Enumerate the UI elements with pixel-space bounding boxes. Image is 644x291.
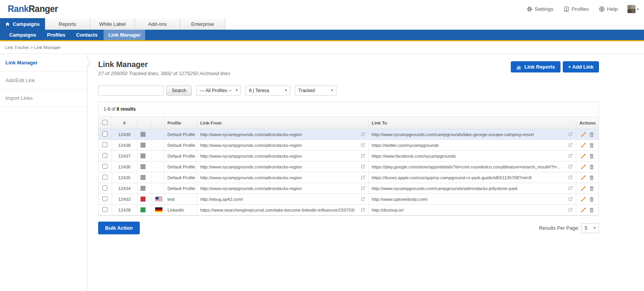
link-to-url[interactable]: https://itunes.apple.com/us/app/ny-campg…: [372, 175, 532, 180]
link-from-url[interactable]: http://www.nycampgrounds.com/adirondacks…: [200, 143, 302, 148]
row-checkbox[interactable]: [102, 164, 107, 169]
link-from-url[interactable]: http://www.nycampgrounds.com/adirondacks…: [200, 186, 302, 191]
external-link-icon[interactable]: [568, 186, 573, 191]
delete-trash-icon[interactable]: [589, 164, 594, 170]
external-link-icon[interactable]: [568, 164, 573, 169]
row-checkbox[interactable]: [102, 175, 107, 180]
link-to-url[interactable]: http://www.nycampgrounds.com/campgrounds…: [372, 132, 534, 137]
row-checkbox[interactable]: [102, 131, 107, 136]
profiles-menu-item[interactable]: Profiles: [564, 6, 589, 12]
tab-campaigns[interactable]: Campaigns: [0, 18, 45, 30]
link-from-url[interactable]: http://www.nycampgrounds.com/adirondacks…: [200, 132, 302, 137]
row-checkbox[interactable]: [102, 142, 107, 147]
tab-reports[interactable]: Reports: [45, 18, 90, 30]
search-button[interactable]: Search: [166, 86, 192, 96]
campaign-select[interactable]: 6 | Teresa: [246, 86, 290, 96]
subnav-campaigns[interactable]: Campaigns: [5, 30, 41, 40]
edit-pencil-icon[interactable]: [580, 207, 586, 213]
edit-pencil-icon[interactable]: [580, 197, 586, 202]
profiles-select[interactable]: --- All Profiles --: [196, 86, 241, 96]
status-select[interactable]: Tracked: [295, 86, 336, 96]
delete-trash-icon[interactable]: [589, 197, 594, 202]
external-link-icon[interactable]: [360, 153, 365, 158]
link-reports-label: Link Reports: [524, 64, 555, 70]
table-row: 12436 Default Profile http://www.nycampg…: [99, 161, 599, 172]
edit-pencil-icon[interactable]: [580, 143, 586, 148]
link-id: 12433: [112, 194, 137, 205]
subnav-link-manager[interactable]: Link Manager: [104, 30, 145, 40]
sidebar-item-add-edit-link[interactable]: Add/Edit Link: [0, 72, 87, 89]
flag-cell: [155, 153, 162, 158]
external-link-icon[interactable]: [360, 143, 365, 148]
tab-white-label[interactable]: White Label: [90, 18, 135, 30]
bulk-action-button[interactable]: Bulk Action: [98, 222, 140, 234]
link-from-url[interactable]: http://www.nycampgrounds.com/adirondacks…: [200, 165, 302, 169]
add-link-button[interactable]: + Add Link: [563, 61, 599, 72]
sidebar-item-import-links[interactable]: Import Links: [0, 89, 87, 107]
tab-enterprise[interactable]: Enterprise: [180, 18, 225, 30]
external-link-icon[interactable]: [360, 175, 365, 180]
delete-trash-icon[interactable]: [589, 132, 594, 137]
external-link-icon[interactable]: [360, 197, 365, 202]
subnav-profiles[interactable]: Profiles: [42, 30, 70, 40]
delete-trash-icon[interactable]: [589, 143, 594, 148]
external-link-icon[interactable]: [360, 207, 365, 212]
top-menu: Settings Profiles Help ▾: [527, 5, 639, 13]
row-checkbox[interactable]: [102, 185, 107, 190]
external-link-icon[interactable]: [568, 153, 573, 158]
link-from-url[interactable]: http://www.nycampgrounds.com/adirondacks…: [200, 154, 302, 158]
status-color-swatch: [141, 186, 146, 191]
column-header-link-to: Link To: [368, 117, 576, 129]
tab-add-ons[interactable]: Add-ons: [135, 18, 180, 30]
edit-pencil-icon[interactable]: [580, 164, 586, 170]
results-per-page-select[interactable]: 5: [581, 223, 599, 233]
external-link-icon[interactable]: [568, 197, 573, 202]
table-row: 12428 LinkedIn https://www.searchenginej…: [99, 205, 599, 215]
external-link-icon[interactable]: [360, 186, 365, 191]
link-from-url[interactable]: https://www.searchenginejournal.com/take…: [200, 208, 355, 212]
profile-card-icon: [564, 6, 569, 12]
link-to-url[interactable]: https://play.google.com/store/apps/detai…: [372, 165, 561, 169]
external-link-icon[interactable]: [568, 143, 573, 148]
flag-cell: [155, 132, 162, 137]
home-icon: [5, 22, 10, 27]
link-to-url[interactable]: https://www.facebook.com/nycampgrounds: [372, 154, 456, 158]
link-to-url[interactable]: http://drumup.io/: [372, 208, 404, 212]
row-checkbox[interactable]: [102, 153, 107, 158]
external-link-icon[interactable]: [568, 207, 573, 212]
results-summary: 1-8 of 8 results: [99, 102, 599, 117]
edit-pencil-icon[interactable]: [580, 175, 586, 180]
delete-trash-icon[interactable]: [589, 175, 594, 180]
profile-name: Default Profile: [164, 172, 197, 183]
delete-trash-icon[interactable]: [589, 186, 594, 191]
select-all-checkbox[interactable]: [102, 120, 107, 125]
user-avatar-menu[interactable]: ▾: [627, 5, 639, 13]
external-link-icon[interactable]: [360, 164, 365, 169]
link-from-url[interactable]: http://www.nycampgrounds.com/adirondacks…: [200, 175, 302, 180]
link-reports-button[interactable]: Link Reports: [511, 61, 560, 72]
external-link-icon[interactable]: [568, 132, 573, 137]
rankranger-logo[interactable]: RankRanger: [8, 4, 58, 14]
row-checkbox[interactable]: [102, 207, 107, 212]
row-checkbox[interactable]: [102, 196, 107, 201]
search-input[interactable]: [98, 86, 164, 96]
external-link-icon[interactable]: [568, 175, 573, 180]
settings-menu-item[interactable]: Settings: [527, 6, 554, 12]
table-row: 12438 Default Profile http://www.nycampg…: [99, 140, 599, 151]
edit-pencil-icon[interactable]: [580, 153, 586, 159]
gear-icon: [527, 6, 532, 12]
chevron-down-icon: ▾: [637, 7, 639, 11]
delete-trash-icon[interactable]: [589, 153, 594, 159]
help-menu-item[interactable]: Help: [599, 6, 618, 12]
link-from-url[interactable]: http://ebug.ap42.com/: [200, 197, 243, 202]
link-to-url[interactable]: https://twitter.com/nycampgrounds: [372, 143, 439, 148]
edit-pencil-icon[interactable]: [580, 186, 586, 191]
settings-label: Settings: [535, 6, 554, 12]
subnav-contacts[interactable]: Contacts: [72, 30, 102, 40]
link-to-url[interactable]: http://www.nycampgrounds.com/campgrounds…: [372, 186, 518, 191]
link-to-url[interactable]: http://www.uptownbody.com/: [372, 197, 428, 202]
external-link-icon[interactable]: [360, 132, 365, 137]
delete-trash-icon[interactable]: [589, 207, 594, 213]
edit-pencil-icon[interactable]: [580, 132, 586, 137]
sidebar-item-link-manager[interactable]: Link Manager: [0, 54, 87, 72]
